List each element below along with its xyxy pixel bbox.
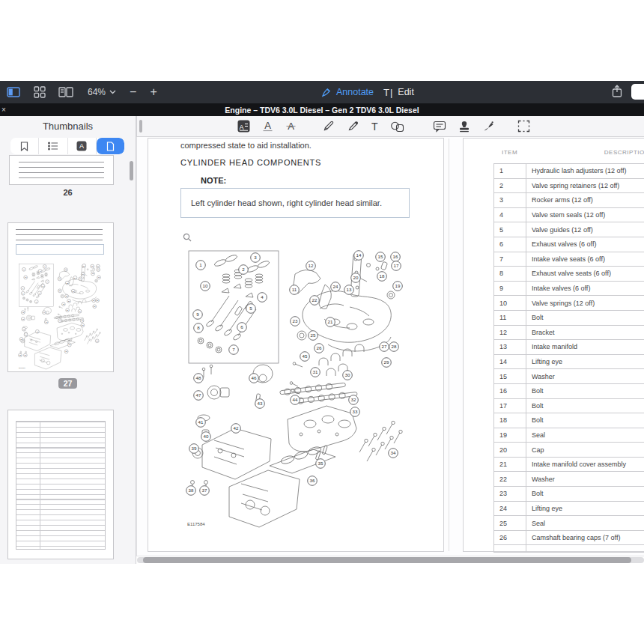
engine-exploded-diagram: 1234567891011121314151617181920212223242… <box>181 226 413 533</box>
table-row: 4Valve stem seals (12 off) <box>493 208 644 223</box>
stamp-tool-icon[interactable] <box>458 120 470 133</box>
svg-text:39: 39 <box>192 446 197 451</box>
thumbnail-note-box <box>16 244 104 255</box>
highlight-text-icon[interactable]: A <box>237 120 250 133</box>
table-row: 22Washer <box>493 472 644 487</box>
svg-text:18: 18 <box>380 273 385 279</box>
search-field[interactable] <box>631 84 644 100</box>
zoom-in-button[interactable]: + <box>150 85 157 99</box>
annotate-label: Annotate <box>336 87 374 97</box>
thumbnail-page-26[interactable] <box>9 155 114 185</box>
toolbar-scroll-indicator[interactable] <box>139 120 142 133</box>
description-cell: Valve springs (12 off) <box>526 296 644 310</box>
zoom-level-control[interactable]: 64% <box>88 87 116 97</box>
outline-tab[interactable] <box>39 138 67 154</box>
description-cell: Washer <box>526 472 644 486</box>
item-cell: 14 <box>494 355 526 369</box>
svg-text:6: 6 <box>240 324 243 329</box>
thumbnail-page-28[interactable] <box>7 410 114 559</box>
zoom-level-value: 64% <box>88 87 106 97</box>
svg-text:28: 28 <box>392 344 397 349</box>
svg-text:36: 36 <box>310 478 315 483</box>
sidebar-mode-segmented-control: A <box>10 138 124 154</box>
annotate-button[interactable]: Annotate <box>321 87 374 98</box>
edit-button[interactable]: T| Edit <box>383 87 414 98</box>
description-cell: Bolt <box>526 413 644 428</box>
svg-text:41: 41 <box>198 419 204 425</box>
current-page-badge: 27 <box>0 376 136 389</box>
description-cell: Seal <box>526 428 644 443</box>
text-tool-icon[interactable]: T <box>371 121 378 133</box>
two-page-view-icon[interactable] <box>57 84 75 100</box>
horizontal-scrollbar-handle[interactable] <box>143 557 631 563</box>
bookmarks-tab[interactable] <box>10 138 39 154</box>
thumbnail-table-preview <box>16 421 106 550</box>
description-cell: Exhaust valves (6 off) <box>526 237 644 252</box>
underline-text-icon[interactable]: A <box>262 120 273 133</box>
item-cell: 21 <box>494 458 526 472</box>
svg-text:3: 3 <box>254 255 257 260</box>
svg-text:20: 20 <box>353 275 359 280</box>
description-cell: Bolt <box>526 399 644 413</box>
item-cell: 19 <box>494 428 526 443</box>
description-cell: Intake valve seats (6 off) <box>526 252 644 267</box>
selection-tool-icon[interactable] <box>517 120 530 133</box>
sidebar-scrollbar[interactable] <box>130 161 133 180</box>
sidebar-header: Thumbnails <box>0 121 136 132</box>
sidebar-toggle-icon[interactable] <box>4 84 22 100</box>
thumbnail-grid-icon[interactable] <box>31 84 49 100</box>
svg-text:14: 14 <box>356 252 362 258</box>
item-column-header: ITEM <box>493 149 526 156</box>
item-cell: 4 <box>494 208 526 222</box>
description-cell: Rocker arms (12 off) <box>526 193 644 207</box>
item-cell: 23 <box>494 487 526 501</box>
note-box: Left cylinder head shown, right cylinder… <box>180 188 410 218</box>
zoom-out-button[interactable]: − <box>130 85 136 99</box>
item-cell: 6 <box>494 237 526 252</box>
thumbnail-page-27[interactable] <box>7 222 114 372</box>
svg-text:19: 19 <box>395 283 401 288</box>
item-cell: 3 <box>494 193 526 207</box>
svg-text:5: 5 <box>249 306 252 311</box>
svg-text:32: 32 <box>351 397 356 402</box>
description-cell: Valve stem seals (12 off) <box>526 208 644 222</box>
page-thumbnails-tab[interactable] <box>97 138 124 154</box>
description-cell: Intake valves (6 off) <box>526 282 644 296</box>
table-row: 21Intake manifold cover assembly <box>493 458 644 473</box>
description-cell: Washer <box>526 369 644 383</box>
shapes-tool-icon[interactable] <box>390 120 404 133</box>
svg-text:10: 10 <box>203 283 208 288</box>
pencil-tool-icon[interactable] <box>322 120 335 133</box>
svg-text:38: 38 <box>189 487 194 493</box>
svg-text:23: 23 <box>293 318 298 323</box>
svg-text:8: 8 <box>197 325 200 330</box>
note-comment-icon[interactable] <box>433 120 446 133</box>
svg-text:1: 1 <box>199 262 202 267</box>
main-toolbar: 64% − + Annotate T| Edit <box>0 81 644 103</box>
horizontal-scrollbar-track[interactable] <box>137 557 644 563</box>
table-row: 20Cap <box>493 443 644 458</box>
text-edit-icon: T| <box>383 87 393 98</box>
svg-text:17: 17 <box>394 263 399 268</box>
description-column-header: DESCRIPTION <box>526 149 644 156</box>
share-button[interactable] <box>611 84 623 102</box>
item-cell: 20 <box>494 443 526 457</box>
svg-text:33: 33 <box>353 409 358 414</box>
svg-text:24: 24 <box>333 284 338 289</box>
document-view: compressed state to aid installation. CY… <box>136 137 644 556</box>
description-cell: Exhaust valve seats (6 off) <box>526 267 644 281</box>
marker-tool-icon[interactable] <box>347 120 359 133</box>
table-row: 24Lifting eye <box>493 502 644 517</box>
item-cell: 8 <box>494 267 526 281</box>
annotations-tab[interactable]: A <box>68 138 97 154</box>
svg-text:27: 27 <box>382 344 387 349</box>
item-cell: 12 <box>494 326 526 340</box>
strikethrough-text-icon[interactable]: A <box>285 120 297 133</box>
svg-text:25: 25 <box>311 332 316 338</box>
item-cell: 2 <box>494 179 526 193</box>
signature-pen-icon[interactable] <box>482 120 495 133</box>
description-cell: Valve spring retainers (12 off) <box>526 179 644 193</box>
svg-text:A: A <box>239 124 243 131</box>
svg-text:47: 47 <box>196 392 201 398</box>
table-row: 26Camshaft bearing caps (7 off) <box>493 531 644 546</box>
